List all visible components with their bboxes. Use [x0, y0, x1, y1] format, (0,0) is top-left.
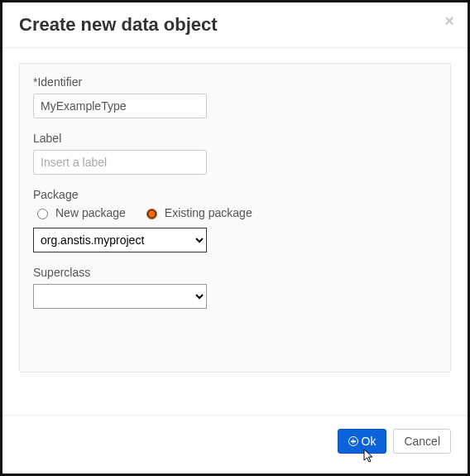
modal-body: *Identifier Label Package New package Ex… [2, 48, 468, 381]
identifier-input[interactable] [33, 94, 207, 118]
radio-new-package-input[interactable] [37, 209, 48, 219]
radio-new-package-label: New package [55, 206, 126, 219]
ok-button-label: Ok [362, 435, 376, 448]
superclass-label: Superclass [33, 266, 437, 279]
close-icon[interactable]: × [444, 12, 454, 29]
radio-existing-package[interactable]: Existing package [142, 206, 252, 219]
identifier-field-block: *Identifier [33, 75, 437, 118]
superclass-field-block: Superclass [33, 266, 437, 309]
radio-existing-package-label: Existing package [165, 206, 252, 219]
cancel-button[interactable]: Cancel [393, 429, 451, 454]
ok-button[interactable]: Ok [338, 429, 387, 454]
radio-new-package[interactable]: New package [33, 206, 126, 219]
package-select[interactable]: org.anstis.myproject [33, 228, 207, 252]
package-label: Package [33, 188, 437, 201]
modal-footer: Ok Cancel [2, 415, 468, 474]
modal-header: Create new data object × [2, 2, 468, 48]
package-radio-group: New package Existing package [33, 206, 437, 219]
modal-title: Create new data object [19, 14, 451, 36]
form-panel: *Identifier Label Package New package Ex… [19, 63, 451, 373]
superclass-select[interactable] [33, 284, 207, 309]
label-label: Label [33, 132, 437, 145]
label-input[interactable] [33, 150, 207, 175]
radio-existing-package-input[interactable] [146, 209, 157, 219]
label-field-block: Label [33, 132, 437, 175]
package-field-block: Package New package Existing package org… [33, 188, 437, 252]
plus-circle-icon [348, 436, 358, 446]
modal-dialog: Create new data object × *Identifier Lab… [0, 0, 470, 476]
identifier-label: *Identifier [33, 75, 437, 89]
cancel-button-label: Cancel [404, 435, 440, 448]
